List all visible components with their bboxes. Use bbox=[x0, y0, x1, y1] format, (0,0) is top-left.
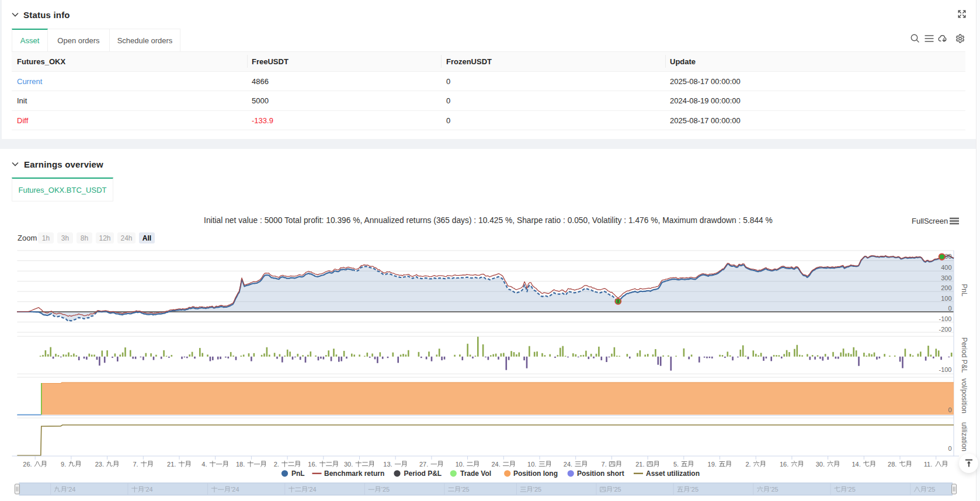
svg-text:400: 400 bbox=[941, 264, 951, 271]
svg-text:2.: 2. bbox=[274, 461, 279, 468]
svg-text:'24: '24 bbox=[308, 486, 316, 493]
svg-text:19.: 19. bbox=[708, 461, 717, 468]
svg-text:'24: '24 bbox=[67, 486, 75, 493]
svg-text:'25: '25 bbox=[533, 486, 541, 493]
svg-text:24.: 24. bbox=[564, 461, 572, 468]
svg-text:utilization: utilization bbox=[960, 422, 968, 451]
svg-text:2.: 2. bbox=[745, 461, 750, 468]
svg-text:5.: 5. bbox=[673, 461, 679, 468]
svg-text:Position short: Position short bbox=[577, 469, 624, 478]
svg-text:28.: 28. bbox=[888, 461, 896, 468]
svg-text:27.: 27. bbox=[419, 461, 428, 468]
svg-text:100: 100 bbox=[941, 295, 951, 302]
svg-text:0: 0 bbox=[948, 406, 951, 413]
svg-text:30.: 30. bbox=[344, 461, 353, 468]
svg-text:Asset utilization: Asset utilization bbox=[646, 469, 700, 478]
svg-text:0: 0 bbox=[948, 445, 951, 452]
svg-text:-100: -100 bbox=[939, 366, 951, 373]
svg-text:14.: 14. bbox=[852, 461, 860, 468]
svg-text:-200: -200 bbox=[939, 326, 951, 333]
svg-text:'25: '25 bbox=[770, 486, 778, 493]
svg-text:16.: 16. bbox=[780, 461, 788, 468]
svg-text:'25: '25 bbox=[927, 486, 935, 493]
svg-text:'25: '25 bbox=[381, 486, 390, 493]
svg-text:23.: 23. bbox=[95, 461, 104, 468]
svg-text:300: 300 bbox=[941, 274, 951, 281]
svg-text:PnL: PnL bbox=[960, 284, 968, 297]
svg-text:9.: 9. bbox=[61, 461, 66, 468]
svg-text:11.: 11. bbox=[924, 461, 932, 468]
svg-text:'25: '25 bbox=[613, 486, 621, 493]
svg-text:10.: 10. bbox=[527, 461, 536, 468]
svg-text:4.: 4. bbox=[201, 461, 207, 468]
svg-text:13.: 13. bbox=[383, 461, 392, 468]
svg-text:10.: 10. bbox=[456, 461, 464, 468]
svg-text:0: 0 bbox=[948, 305, 951, 312]
svg-text:'24: '24 bbox=[231, 486, 239, 493]
svg-text:18.: 18. bbox=[236, 461, 245, 468]
svg-text:21.: 21. bbox=[635, 461, 644, 468]
svg-text:'25: '25 bbox=[461, 486, 469, 493]
svg-text:21.: 21. bbox=[167, 461, 176, 468]
svg-text:7.: 7. bbox=[602, 461, 607, 468]
svg-text:'24: '24 bbox=[144, 486, 152, 493]
svg-text:Position long: Position long bbox=[513, 469, 558, 478]
svg-text:-100: -100 bbox=[939, 315, 951, 322]
svg-text:Period P&L: Period P&L bbox=[960, 338, 968, 373]
svg-text:200: 200 bbox=[941, 284, 951, 291]
svg-text:16.: 16. bbox=[308, 461, 317, 468]
svg-text:24.: 24. bbox=[491, 461, 500, 468]
svg-text:PnL: PnL bbox=[291, 469, 305, 478]
svg-text:'25: '25 bbox=[690, 486, 698, 493]
svg-text:vol/position: vol/position bbox=[960, 378, 968, 413]
svg-text:Benchmark return: Benchmark return bbox=[324, 469, 384, 478]
svg-text:26.: 26. bbox=[23, 461, 32, 468]
svg-text:7.: 7. bbox=[133, 461, 138, 468]
svg-text:30.: 30. bbox=[816, 461, 825, 468]
svg-text:'25: '25 bbox=[847, 486, 856, 493]
svg-text:Trade Vol: Trade Vol bbox=[460, 469, 491, 478]
svg-text:Period P&L: Period P&L bbox=[404, 469, 442, 478]
